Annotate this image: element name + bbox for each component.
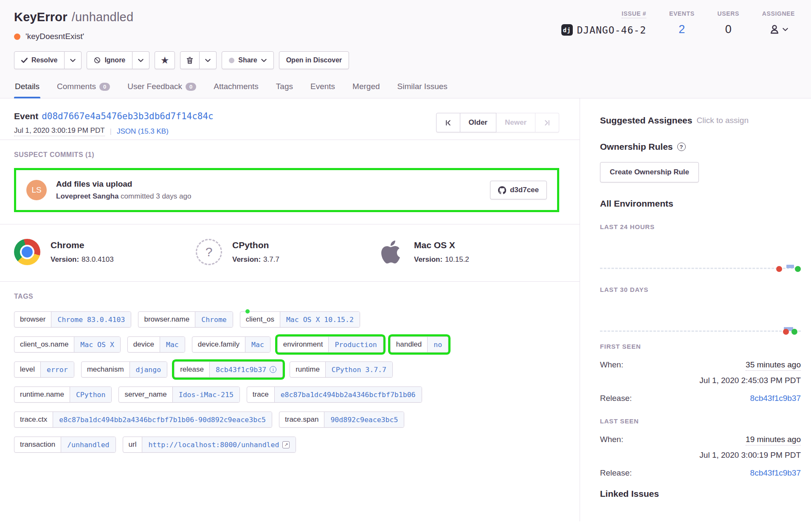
issue-short-id: dj DJANGO-46-2 xyxy=(561,24,646,36)
event-pagination: Older Newer xyxy=(436,113,559,132)
tag-pill-device: deviceMac xyxy=(127,336,185,353)
tag-value-link[interactable]: error xyxy=(41,362,74,377)
tag-key: trace.ctx xyxy=(14,412,53,427)
older-event-button[interactable]: Older xyxy=(460,113,496,132)
tag-pill-client_os: client_osMac OS X 10.15.2 xyxy=(240,311,360,328)
tag-value-link[interactable]: Mac xyxy=(245,337,270,352)
tag-value-link[interactable]: CPython xyxy=(70,387,112,402)
event-id-link[interactable]: d08d7667e4a5476eb3b3db6d7f14c84c xyxy=(42,111,214,121)
ownership-rules-heading: Ownership Rules xyxy=(600,142,673,152)
events-count[interactable]: 2 xyxy=(679,23,685,36)
tag-key: client_os.name xyxy=(14,337,74,352)
tag-pill-release-annotated: release8cb43f1c9b37i xyxy=(174,361,283,378)
tag-value-link[interactable]: http://localhost:8000/unhandled↗ xyxy=(142,437,296,452)
tag-value-link[interactable]: e8c87ba1dc494bb2a4346bcfbf7b1b06 xyxy=(275,387,422,402)
tag-key: mechanism xyxy=(82,362,130,377)
event-timestamp: Jul 1, 2020 3:00:19 PM PDT xyxy=(14,126,105,136)
tab-count-badge: 0 xyxy=(186,83,196,91)
help-question-icon[interactable]: ? xyxy=(677,143,686,151)
tag-value-link[interactable]: Mac xyxy=(160,337,185,352)
tag-value-link[interactable]: Idos-iMac-215 xyxy=(173,387,239,402)
circle-slash-icon xyxy=(94,57,101,64)
tab-details[interactable]: Details xyxy=(14,81,40,98)
tag-pill-trace.ctx: trace.ctxe8c87ba1dc494bb2a4346bcfbf7b1b0… xyxy=(14,412,272,428)
ignore-button[interactable]: Ignore xyxy=(87,51,132,69)
tab-events[interactable]: Events xyxy=(310,81,336,98)
release-label: Release: xyxy=(600,394,632,403)
star-icon: ★ xyxy=(161,56,169,64)
users-count[interactable]: 0 xyxy=(725,23,732,36)
tab-tags[interactable]: Tags xyxy=(275,81,294,98)
last-seen-heading: LAST SEEN xyxy=(600,417,801,425)
action-bar: Resolve Ignore ★ xyxy=(14,51,797,69)
share-button[interactable]: Share xyxy=(222,51,273,69)
tag-key: runtime.name xyxy=(14,387,70,402)
commit-sha-button[interactable]: d3d7cee xyxy=(490,181,547,199)
delete-button[interactable] xyxy=(180,51,200,69)
tag-key: transaction xyxy=(14,437,61,452)
last-30-days-label: LAST 30 DAYS xyxy=(600,286,801,293)
tab-user-feedback[interactable]: User Feedback0 xyxy=(127,81,197,98)
unknown-runtime-icon: ? xyxy=(196,239,222,265)
bookmark-star-button[interactable]: ★ xyxy=(155,51,175,69)
create-ownership-rule-button[interactable]: Create Ownership Rule xyxy=(600,162,699,182)
tag-value-link[interactable]: Chrome 83.0.4103 xyxy=(51,312,131,327)
tag-pill-browser.name: browser.nameChrome xyxy=(138,311,233,328)
tag-key: url xyxy=(123,437,143,452)
tag-value-link[interactable]: Mac OS X 10.15.2 xyxy=(280,312,360,327)
last-24-hours-label: LAST 24 HOURS xyxy=(600,223,801,230)
tag-value-link[interactable]: django xyxy=(130,362,167,377)
event-label: Event xyxy=(14,111,38,121)
external-link-icon[interactable]: ↗ xyxy=(282,441,290,448)
trash-icon xyxy=(186,57,193,64)
tag-value-link[interactable]: CPython 3.7.7 xyxy=(326,362,392,377)
info-icon[interactable]: i xyxy=(270,366,276,373)
tag-value-link[interactable]: no xyxy=(428,337,448,352)
tab-attachments[interactable]: Attachments xyxy=(213,81,259,98)
tag-value-link[interactable]: Chrome xyxy=(195,312,233,327)
tag-value-link[interactable]: /unhandled xyxy=(61,437,115,452)
event-json-link[interactable]: JSON (15.3 KB) xyxy=(117,127,169,136)
all-environments-heading: All Environments xyxy=(600,199,801,209)
last-seen-release-link[interactable]: 8cb43f1c9b37 xyxy=(750,468,801,478)
tab-similar-issues[interactable]: Similar Issues xyxy=(397,81,448,98)
commit-meta: Lovepreet Sangha committed 3 days ago xyxy=(56,192,490,201)
tag-value-link[interactable]: Mac OS X xyxy=(74,337,120,352)
first-seen-heading: FIRST SEEN xyxy=(600,343,801,350)
tag-value-link[interactable]: 8cb43f1c9b37i xyxy=(210,362,282,377)
sparkline-axis xyxy=(600,268,801,269)
resolve-button[interactable]: Resolve xyxy=(14,51,65,69)
users-label: USERS xyxy=(718,10,739,17)
ignore-dropdown-button[interactable] xyxy=(132,51,149,69)
resolve-dropdown-button[interactable] xyxy=(65,51,82,69)
newer-event-button[interactable]: Newer xyxy=(496,113,535,132)
assignee-label: ASSIGNEE xyxy=(762,10,795,17)
chevron-down-icon xyxy=(783,28,788,31)
newest-event-button[interactable] xyxy=(535,113,559,132)
tags-section: TAGS browserChrome 83.0.4103browser.name… xyxy=(0,281,580,470)
tag-value-link[interactable]: Production xyxy=(329,337,383,352)
chevron-down-icon xyxy=(138,59,144,62)
delete-dropdown-button[interactable] xyxy=(200,51,217,69)
tag-value-link[interactable]: e8c87ba1dc494bb2a4346bcfbf7b1b06-90d892c… xyxy=(53,412,272,427)
tab-comments[interactable]: Comments0 xyxy=(56,81,111,98)
tag-value-link[interactable]: 90d892c9eace3bc5 xyxy=(324,412,404,427)
oldest-event-button[interactable] xyxy=(436,113,460,132)
tag-pill-environment-annotated: environmentProduction xyxy=(277,336,383,353)
first-seen-release-link[interactable]: 8cb43f1c9b37 xyxy=(750,394,801,403)
tab-merged[interactable]: Merged xyxy=(352,81,380,98)
sparkline-axis xyxy=(600,330,801,332)
click-to-assign-hint: Click to assign xyxy=(696,116,749,125)
assignee-selector[interactable] xyxy=(769,24,788,35)
runtime-context-card: ? CPython Version:3.7.7 xyxy=(196,239,377,265)
first-seen-marker-icon xyxy=(776,266,782,272)
tag-pill-client_os.name: client_os.nameMac OS X xyxy=(14,336,121,353)
skip-last-icon xyxy=(544,120,550,126)
events-label: EVENTS xyxy=(669,10,695,17)
django-project-icon: dj xyxy=(561,24,573,36)
open-in-discover-button[interactable]: Open in Discover xyxy=(279,51,349,69)
issue-message: 'keyDoesntExist' xyxy=(25,32,84,41)
events-sparkline-30d xyxy=(600,293,801,334)
tag-key: level xyxy=(14,362,41,377)
skip-first-icon xyxy=(445,120,451,126)
